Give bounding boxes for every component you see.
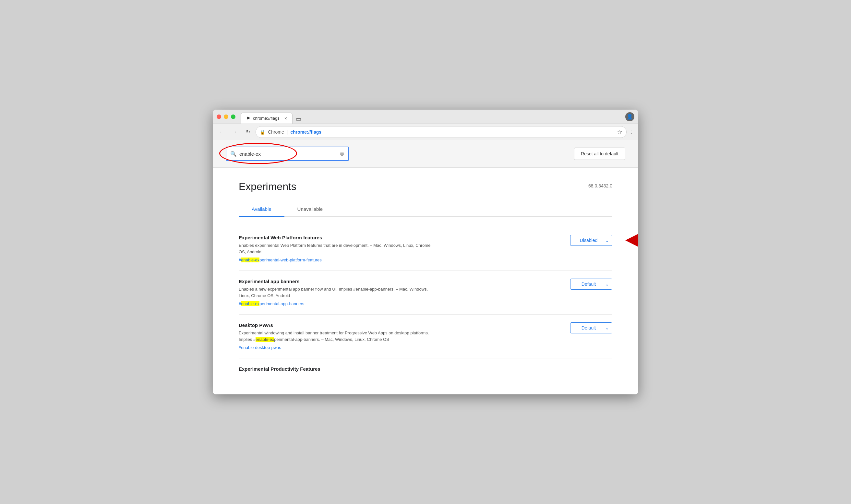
highlight-2: enable-ex <box>241 301 259 306</box>
feature-info-3: Desktop PWAs Experimental windowing and … <box>239 322 433 350</box>
feature-anchor-2[interactable]: #enable-experimental-app-banners <box>239 301 304 306</box>
feature-info-4: Experimental Productivity Features <box>239 366 433 374</box>
account-icon: 👤 <box>627 113 633 120</box>
arrow-head <box>625 234 638 247</box>
reset-all-label: Reset all to default <box>581 151 618 156</box>
address-bar-right: ☆ <box>617 128 622 136</box>
tabs-area: ⚑ chrome://flags × ▭ <box>241 110 303 124</box>
feature-link-3[interactable]: #enable-desktop-pwas <box>239 344 433 350</box>
feature-title-1: Experimental Web Platform features <box>239 235 433 240</box>
refresh-button[interactable]: ↻ <box>242 127 253 137</box>
feature-title-2: Experimental app banners <box>239 278 433 284</box>
window-controls <box>217 114 235 119</box>
feature-info-1: Experimental Web Platform features Enabl… <box>239 235 433 263</box>
tab-close-button[interactable]: × <box>285 116 287 121</box>
experiments-header: Experiments 68.0.3432.0 <box>239 181 612 193</box>
address-url: chrome://flags <box>290 129 321 134</box>
select-wrapper-1: Disabled Default Enabled <box>570 235 612 246</box>
tab-favicon: ⚑ <box>246 116 250 121</box>
feature-select-disabled[interactable]: Disabled Default Enabled <box>570 235 612 246</box>
extensions-button[interactable]: ⋮ <box>629 129 634 135</box>
highlight-1: enable-ex <box>241 257 259 263</box>
bookmark-icon: ☆ <box>617 128 622 136</box>
search-input[interactable] <box>239 151 337 157</box>
select-wrapper-2: Default Enabled Disabled <box>570 278 612 290</box>
search-clear-button[interactable]: ⊗ <box>340 150 344 157</box>
feature-desktop-pwas: Desktop PWAs Experimental windowing and … <box>239 314 612 358</box>
feature-control-2: Default Enabled Disabled <box>570 278 612 290</box>
maximize-button[interactable] <box>231 114 235 119</box>
feature-control-1: Disabled Default Enabled <box>570 235 612 246</box>
feature-desc-3: Experimental windowing and install banne… <box>239 330 433 342</box>
feature-select-default-3[interactable]: Default Enabled Disabled <box>570 322 612 334</box>
reset-all-button[interactable]: Reset all to default <box>574 148 625 160</box>
feature-desc-1: Enables experimental Web Platform featur… <box>239 242 433 255</box>
version-number: 68.0.3432.0 <box>588 183 612 188</box>
refresh-icon: ↻ <box>246 129 250 135</box>
feature-experimental-productivity: Experimental Productivity Features <box>239 358 612 381</box>
nav-bar: ← → ↻ 🔒 Chrome | chrome://flags ☆ ⋮ <box>213 124 638 140</box>
secure-icon: 🔒 <box>260 129 265 134</box>
feature-link-1[interactable]: #enable-experimental-web-platform-featur… <box>239 257 433 263</box>
feature-experimental-app-banners: Experimental app banners Enables a new e… <box>239 271 612 314</box>
search-input-box: 🔍 ⊗ <box>226 147 349 161</box>
experiments-title: Experiments <box>239 181 296 193</box>
feature-anchor-3[interactable]: #enable-desktop-pwas <box>239 345 281 350</box>
feature-title-4: Experimental Productivity Features <box>239 366 433 372</box>
account-button[interactable]: 👤 <box>625 112 634 121</box>
back-button[interactable]: ← <box>217 127 227 137</box>
forward-icon: → <box>232 129 237 135</box>
active-tab[interactable]: ⚑ chrome://flags × <box>241 112 292 124</box>
feature-control-3: Default Enabled Disabled <box>570 322 612 334</box>
new-tab-icon: ▭ <box>296 115 301 123</box>
site-name: Chrome <box>268 129 284 134</box>
page-content: 🔍 ⊗ Reset all to default Experiments 68.… <box>213 140 638 394</box>
feature-link-2[interactable]: #enable-experimental-app-banners <box>239 301 433 306</box>
tab-unavailable[interactable]: Unavailable <box>285 202 336 217</box>
feature-info-2: Experimental app banners Enables a new e… <box>239 278 433 306</box>
forward-button[interactable]: → <box>230 127 240 137</box>
tab-available[interactable]: Available <box>239 202 285 217</box>
feature-select-default-2[interactable]: Default Enabled Disabled <box>570 278 612 290</box>
flags-tabs: Available Unavailable <box>239 202 612 217</box>
back-icon: ← <box>219 129 224 135</box>
tab-title: chrome://flags <box>253 116 279 121</box>
new-tab-button[interactable]: ▭ <box>294 114 303 124</box>
address-separator: | <box>287 129 288 134</box>
flags-search-bar: 🔍 ⊗ Reset all to default <box>213 140 638 168</box>
address-bar[interactable]: 🔒 Chrome | chrome://flags ☆ <box>256 126 627 138</box>
select-wrapper-3: Default Enabled Disabled <box>570 322 612 334</box>
browser-window: ⚑ chrome://flags × ▭ 👤 ← → ↻ 🔒 Chrome | … <box>213 110 638 394</box>
minimize-button[interactable] <box>224 114 228 119</box>
bookmark-button[interactable]: ☆ <box>617 128 622 136</box>
title-bar: ⚑ chrome://flags × ▭ 👤 <box>213 110 638 124</box>
search-wrapper: 🔍 ⊗ <box>226 147 349 161</box>
feature-title-3: Desktop PWAs <box>239 322 433 328</box>
feature-anchor-1[interactable]: #enable-experimental-web-platform-featur… <box>239 257 322 263</box>
highlight-3: enable-ex <box>256 337 274 342</box>
feature-desc-2: Enables a new experimental app banner fl… <box>239 286 433 299</box>
experiments-main: Experiments 68.0.3432.0 Available Unavai… <box>213 168 638 394</box>
search-icon: 🔍 <box>230 151 237 157</box>
close-button[interactable] <box>217 114 221 119</box>
feature-experimental-web-platform: Experimental Web Platform features Enabl… <box>239 227 612 271</box>
